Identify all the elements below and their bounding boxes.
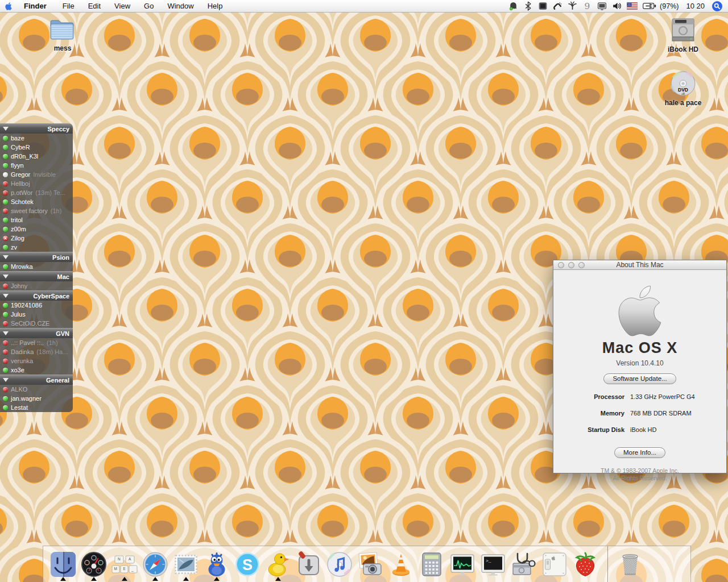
buddy-group-header-general[interactable]: General (0, 375, 73, 385)
buddy-row-johny[interactable]: Johny (0, 281, 73, 290)
dock-terminal[interactable]: >_ (478, 548, 508, 580)
desktop-icon-ibook-hd[interactable]: iBook HD (656, 16, 710, 53)
dock-berry[interactable] (570, 548, 601, 580)
dock-itunes[interactable] (324, 548, 355, 580)
airport-icon[interactable] (568, 1, 577, 11)
buddy-row-hellboj[interactable]: Hellboj (0, 179, 73, 188)
menu-item-finder[interactable]: Finder (17, 0, 56, 13)
buddy-name: Johny (11, 282, 27, 289)
buddy-row-pavel[interactable]: ..:: Pavel ::..(1h) (0, 338, 73, 347)
desktop-icon-mess[interactable]: mess (35, 17, 90, 52)
software-update-button[interactable]: Software Update... (603, 373, 676, 384)
buddy-row-lestat[interactable]: Lestat (0, 403, 73, 412)
buddy-row-julus[interactable]: Julus (0, 310, 73, 319)
buddy-group-header-psion[interactable]: Psion (0, 252, 73, 262)
buddy-row-mrowka[interactable]: Mrowka (0, 262, 73, 271)
buddy-row-190241086[interactable]: 190241086 (0, 301, 73, 310)
buddy-row-xo3e[interactable]: xo3e (0, 365, 73, 375)
menu-clock[interactable]: 10 20 (684, 2, 707, 10)
buddy-name: baze (11, 135, 24, 142)
more-info-button[interactable]: More Info... (614, 447, 665, 458)
buddy-name: ..:: Pavel ::.. (11, 339, 44, 346)
bluetooth-icon[interactable] (523, 1, 533, 11)
buddy-group-header-cyberspace[interactable]: CyberSpace (0, 290, 73, 301)
dock-system-preferences[interactable] (539, 548, 570, 580)
volume-icon[interactable] (612, 1, 622, 11)
dock-finder[interactable] (48, 548, 78, 580)
dock-downloader[interactable] (293, 548, 324, 580)
buddy-name: SeCtOiD.CZE (11, 320, 49, 327)
menu-item-view[interactable]: View (107, 0, 137, 13)
desktop: FinderFileEditViewGoWindowHelp 9(97%)10 … (0, 0, 728, 582)
status-away-icon (3, 321, 8, 326)
buddy-row-p-otwor[interactable]: p.otWor(13m) Te... (0, 188, 73, 197)
buddy-row-jan-wagner[interactable]: jan.wagner (0, 394, 73, 403)
monitor-icon[interactable] (597, 1, 607, 11)
buddy-row-zilog[interactable]: Zilog (0, 234, 73, 243)
menu-item-go[interactable]: Go (137, 0, 160, 13)
buddy-name: Dadinka (11, 348, 34, 355)
dock-skype[interactable]: S (232, 548, 263, 580)
status-online-icon (3, 368, 8, 373)
status-online-icon (3, 405, 8, 410)
buddy-name: verunka (11, 357, 33, 364)
running-indicator-icon (60, 577, 66, 581)
status-away-icon (3, 350, 8, 355)
svg-text:>_: >_ (486, 558, 491, 563)
buddy-row-flyyn[interactable]: flyyn (0, 161, 73, 170)
dock-activity-monitor[interactable] (447, 548, 478, 580)
buddy-row-z00m[interactable]: z00m (0, 225, 73, 234)
menu-item-edit[interactable]: Edit (81, 0, 107, 13)
digit-9-icon[interactable]: 9 (582, 1, 592, 11)
keyboard-us-flag-icon[interactable] (627, 2, 638, 10)
buddy-row-baze[interactable]: baze (0, 134, 73, 143)
buddy-status-suffix: Invisible (33, 171, 56, 178)
dock-trash[interactable] (615, 548, 646, 580)
buddy-row-cyber[interactable]: CybeR (0, 143, 73, 152)
phone-icon[interactable] (553, 1, 562, 11)
apple-menu[interactable] (0, 2, 17, 11)
display-box-icon[interactable] (538, 1, 548, 11)
menu-item-file[interactable]: File (56, 0, 81, 13)
buddy-status-suffix: (1h) (51, 207, 62, 214)
status-online-icon (3, 396, 8, 401)
dock-adium[interactable] (201, 548, 232, 580)
buddy-group-header-gvn[interactable]: GVN (0, 328, 73, 338)
dock-mail[interactable] (171, 548, 201, 580)
dock-safari[interactable] (140, 548, 171, 580)
apple-logo (553, 285, 726, 338)
buddy-status-suffix: (18m) Ha... (36, 348, 68, 355)
dock-cyberduck[interactable] (263, 548, 293, 580)
about-window-titlebar[interactable]: About This Mac (553, 260, 726, 270)
status-away-icon (3, 209, 8, 214)
desktop-icon-hale-a-pace[interactable]: DVD+Rhale a pace (656, 69, 710, 107)
buddy-row-zv[interactable]: zv (0, 243, 73, 252)
buddy-row-schotek[interactable]: Schotek (0, 197, 73, 206)
spotlight-icon[interactable] (712, 1, 722, 11)
buddy-row-alko[interactable]: ALKO (0, 385, 73, 394)
dock-calculator[interactable] (416, 548, 447, 580)
buddy-group-header-mac[interactable]: Mac (0, 271, 73, 281)
buddy-name: z00m (11, 226, 26, 232)
dock-iphoto[interactable] (355, 548, 386, 580)
buddy-row-sectoid-cze[interactable]: SeCtOiD.CZE (0, 319, 73, 328)
battery-percent: (97%) (660, 2, 679, 10)
menu-item-help[interactable]: Help (201, 0, 230, 13)
dock-dashboard[interactable] (78, 548, 109, 580)
dock-keyboard[interactable]: NAME_ (109, 548, 140, 580)
dock-vlc[interactable] (386, 548, 416, 580)
collapse-triangle-icon (3, 294, 9, 298)
battery-charging-icon[interactable] (643, 2, 656, 10)
buddy-row-dadinka[interactable]: Dadinka(18m) Ha... (0, 347, 73, 356)
buddy-row-verunka[interactable]: verunka (0, 356, 73, 365)
buddy-row-dr0n-k3l[interactable]: dR0n_K3l (0, 152, 73, 161)
buddy-row-sweet-factory[interactable]: sweet factory(1h) (0, 206, 73, 215)
buddy-name: dR0n_K3l (11, 153, 38, 160)
buddy-row-tritol[interactable]: tritol (0, 215, 73, 225)
buddy-group-header-speccy[interactable]: Speccy (0, 123, 73, 134)
copyright-text: TM & © 1983-2007 Apple Inc. All Rights R… (553, 467, 726, 482)
dock-disk-utility[interactable] (508, 548, 539, 580)
buddy-row-gregor[interactable]: GregorInvisible (0, 170, 73, 179)
im-status-icon[interactable] (508, 1, 518, 11)
menu-item-window[interactable]: Window (160, 0, 200, 13)
